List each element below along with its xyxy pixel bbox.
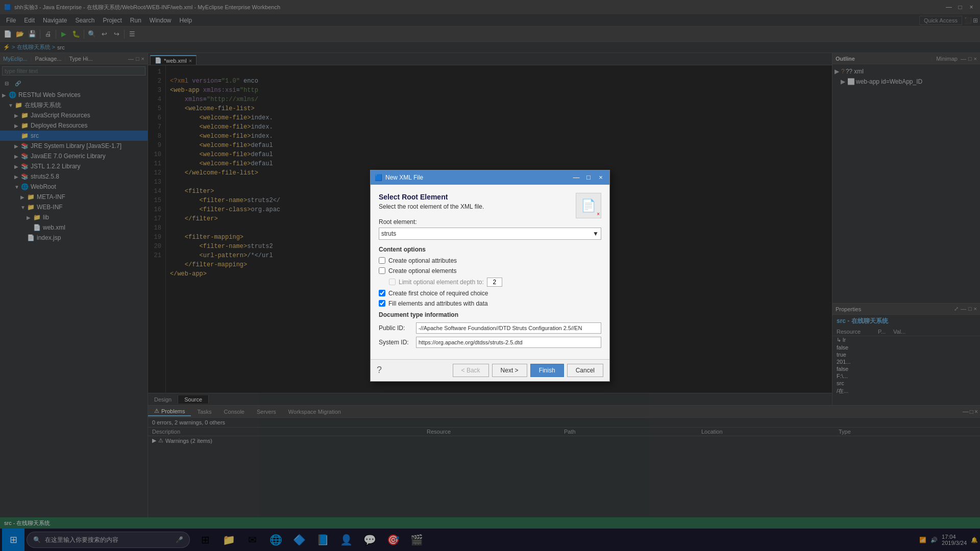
doctype-label: Document type information bbox=[379, 311, 601, 318]
finish-button[interactable]: Finish bbox=[530, 364, 564, 377]
opt-fill-elems-label: Fill elements and attributes with data bbox=[388, 300, 488, 307]
modal-minimize-btn[interactable]: — bbox=[572, 173, 581, 182]
opt-first-choice-row: Create first choice of required choice bbox=[379, 290, 601, 297]
opt-create-attrs-label: Create optional attributes bbox=[388, 257, 457, 264]
root-element-value: struts bbox=[381, 230, 396, 237]
public-id-row: Public ID: bbox=[379, 322, 601, 334]
opt-first-choice-checkbox[interactable] bbox=[379, 290, 385, 296]
modal-maximize-btn[interactable]: □ bbox=[584, 173, 593, 182]
modal-subtitle: Select the root element of the XML file. bbox=[379, 203, 484, 210]
opt-create-attrs-checkbox[interactable] bbox=[379, 257, 385, 264]
root-element-dropdown[interactable]: struts ▼ bbox=[379, 228, 601, 240]
opt-limit-depth-row: Limit optional element depth to: 2 bbox=[379, 278, 601, 287]
public-id-label: Public ID: bbox=[379, 324, 412, 332]
opt-create-attrs-row: Create optional attributes bbox=[379, 257, 601, 264]
opt-create-elems-row: Create optional elements bbox=[379, 267, 601, 274]
depth-input[interactable]: 2 bbox=[487, 278, 502, 287]
content-options-label: Content options bbox=[379, 246, 601, 253]
modal-title-bar: 🟦 New XML File — □ × bbox=[371, 170, 609, 185]
modal-title: New XML File bbox=[385, 174, 569, 181]
opt-fill-elems-row: Fill elements and attributes with data bbox=[379, 300, 601, 307]
system-id-input[interactable] bbox=[416, 337, 601, 348]
opt-limit-depth-checkbox bbox=[389, 279, 396, 285]
new-xml-file-dialog: 🟦 New XML File — □ × Select Root Element… bbox=[370, 170, 610, 382]
opt-create-elems-label: Create optional elements bbox=[388, 267, 456, 274]
system-id-row: System ID: bbox=[379, 337, 601, 348]
root-element-label: Root element: bbox=[379, 218, 601, 226]
chevron-down-icon: ▼ bbox=[593, 230, 599, 237]
modal-icon-area: 📄 × bbox=[576, 193, 601, 218]
modal-section-title: Select Root Element bbox=[379, 193, 484, 201]
modal-close-btn[interactable]: × bbox=[596, 173, 605, 182]
opt-limit-depth-label: Limit optional element depth to: bbox=[399, 279, 484, 286]
opt-create-elems-checkbox[interactable] bbox=[379, 267, 385, 274]
modal-body: Select Root Element Select the root elem… bbox=[371, 185, 609, 359]
modal-footer: ? < Back Next > Finish Cancel bbox=[371, 359, 609, 381]
next-button[interactable]: Next > bbox=[492, 364, 527, 377]
help-icon[interactable]: ? bbox=[377, 365, 382, 375]
cancel-button[interactable]: Cancel bbox=[567, 364, 603, 377]
opt-first-choice-label: Create first choice of required choice bbox=[388, 290, 488, 297]
public-id-input[interactable] bbox=[416, 322, 601, 334]
system-id-label: System ID: bbox=[379, 339, 412, 346]
modal-icon: 🟦 bbox=[375, 174, 382, 181]
modal-overlay: 🟦 New XML File — □ × Select Root Element… bbox=[0, 0, 980, 551]
back-button[interactable]: < Back bbox=[453, 364, 489, 377]
opt-fill-elems-checkbox[interactable] bbox=[379, 300, 385, 307]
